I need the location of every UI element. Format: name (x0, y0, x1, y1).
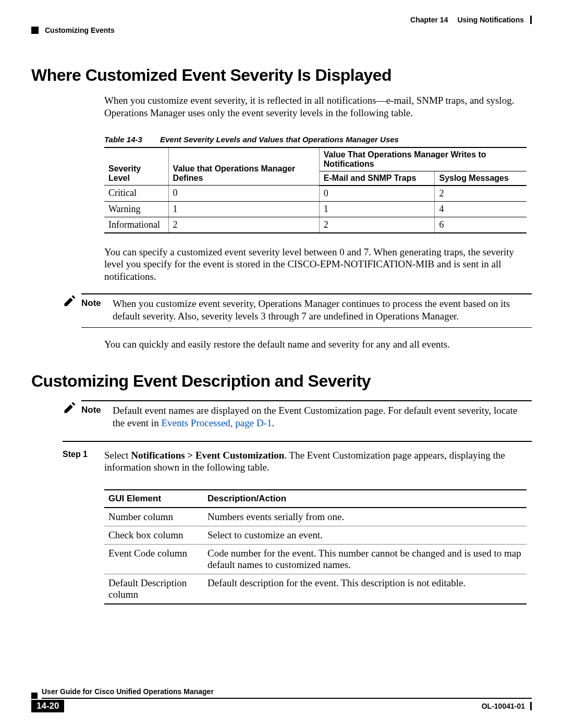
events-processed-link[interactable]: Events Processed, page D-1 (161, 417, 272, 428)
cell: Informational (104, 217, 168, 233)
page-number: 14-20 (31, 700, 64, 712)
page-footer: User Guide for Cisco Unified Operations … (31, 685, 532, 712)
cell: Number column (104, 508, 203, 526)
th-severity: Severity Level (104, 147, 168, 186)
table-row: Check box column Select to customize an … (104, 526, 527, 545)
section-box-icon (31, 27, 39, 34)
table-row: Default Description column Default descr… (104, 574, 527, 604)
table-row: Event Code column Code number for the ev… (104, 545, 527, 574)
step-bold-path: Notifications > Event Customization (131, 450, 284, 461)
step-pre: Select (104, 450, 131, 461)
cell: Select to customize an event. (203, 526, 527, 545)
gui-elements-table: GUI Element Description/Action Number co… (104, 489, 527, 604)
intro-text: When you customize event severity, it is… (104, 94, 532, 119)
table-caption-text: Event Severity Levels and Values that Op… (160, 135, 399, 144)
chapter-number: Chapter 14 (410, 16, 448, 24)
cell: Critical (104, 186, 168, 202)
th-description: Description/Action (203, 490, 527, 508)
chapter-title: Using Notifications (457, 16, 524, 24)
th-gui-element: GUI Element (104, 490, 203, 508)
note-label: Note (81, 404, 113, 429)
th-email-snmp: E-Mail and SNMP Traps (319, 171, 435, 186)
cell: 6 (435, 217, 527, 233)
note-label: Note (81, 298, 113, 323)
footer-rule-icon (42, 698, 532, 699)
after-note-paragraph: You can quickly and easily restore the d… (104, 338, 532, 351)
page: Chapter 14 Using Notifications Customizi… (0, 0, 563, 728)
table-row: Informational 2 2 6 (104, 217, 527, 233)
after-table-paragraph: You can specify a customized event sever… (104, 246, 532, 283)
heading-where-displayed: Where Customized Event Severity Is Displ… (31, 66, 532, 85)
table-row: Number column Numbers events serially fr… (104, 508, 527, 526)
cell: 2 (319, 217, 435, 233)
th-value-writes: Value That Operations Manager Writes to … (319, 147, 527, 171)
table-row: Warning 1 1 4 (104, 201, 527, 217)
footer-box-icon (31, 693, 38, 699)
cell: Code number for the event. This number c… (203, 545, 527, 574)
severity-table: Severity Level Value that Operations Man… (104, 147, 527, 233)
cell: Check box column (104, 526, 203, 545)
note-post: . (272, 417, 275, 428)
footer-guide-title: User Guide for Cisco Unified Operations … (42, 687, 532, 696)
heading-customizing-desc: Customizing Event Description and Severi… (31, 372, 532, 391)
cell: 1 (168, 201, 319, 217)
pencil-note-icon (63, 400, 81, 417)
cell: 0 (319, 186, 435, 202)
cell: Default description for the event. This … (203, 574, 527, 604)
cell: Event Code column (104, 545, 203, 574)
running-header-left: Customizing Events (31, 26, 532, 34)
note-text: When you customize event severity, Opera… (113, 298, 532, 323)
section-name: Customizing Events (45, 26, 115, 34)
running-header-right: Chapter 14 Using Notifications (31, 16, 532, 24)
header-bar-icon (530, 16, 532, 24)
note-body: Note Default event names are displayed o… (81, 400, 532, 435)
after-note-text: You can quickly and easily restore the d… (104, 338, 532, 351)
note-body: Note When you customize event severity, … (81, 293, 532, 328)
footer-bar-icon (530, 702, 532, 710)
document-id: OL-10041-01 (482, 702, 532, 710)
cell: 0 (168, 186, 319, 202)
cell: 4 (435, 201, 527, 217)
note-block-1: Note When you customize event severity, … (63, 293, 532, 328)
after-table-text: You can specify a customized event sever… (104, 246, 532, 283)
cell: 1 (319, 201, 435, 217)
step-label: Step 1 (63, 449, 104, 474)
note-text: Default event names are displayed on the… (113, 404, 532, 429)
table-row: Critical 0 0 2 (104, 186, 527, 202)
cell: 2 (168, 217, 319, 233)
cell: Numbers events serially from one. (203, 508, 527, 526)
doc-id-text: OL-10041-01 (482, 702, 525, 710)
intro-paragraph: When you customize event severity, it is… (104, 94, 532, 119)
step-body: Select Notifications > Event Customizati… (104, 449, 532, 474)
th-syslog: Syslog Messages (435, 171, 527, 186)
cell: 2 (435, 186, 527, 202)
pencil-note-icon (63, 293, 81, 311)
cell: Default Description column (104, 574, 203, 604)
step-1-row: Step 1 Select Notifications > Event Cust… (63, 441, 532, 474)
cell: Warning (104, 201, 168, 217)
table-caption: Table 14-3 Event Severity Levels and Val… (104, 135, 532, 144)
th-value-defines: Value that Operations Manager Defines (168, 147, 319, 186)
table-number: Table 14-3 (104, 135, 142, 144)
note-block-2: Note Default event names are displayed o… (63, 400, 532, 435)
